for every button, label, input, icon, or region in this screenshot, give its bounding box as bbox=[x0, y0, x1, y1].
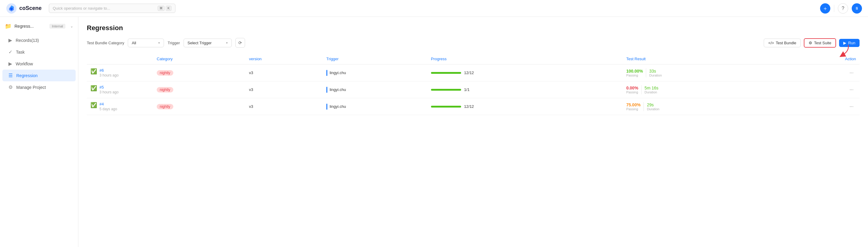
progress-bar-fill bbox=[431, 72, 461, 74]
search-placeholder: Quick operations or navigate to... bbox=[53, 6, 155, 10]
records-icon: ▶ bbox=[8, 37, 12, 43]
result-duration-label: Duration bbox=[647, 107, 659, 111]
more-actions-button[interactable]: ··· bbox=[847, 103, 856, 111]
filters-row: Test Bundle Category All ▾ Trigger Selec… bbox=[87, 38, 860, 48]
test-suite-label: Test Suite bbox=[814, 41, 831, 45]
refresh-button[interactable]: ⟳ bbox=[236, 38, 245, 48]
table-header-row: Category version Trigger Progress Test R… bbox=[87, 54, 860, 64]
run-label: Run bbox=[848, 41, 855, 45]
regression-table: Category version Trigger Progress Test R… bbox=[87, 54, 860, 115]
sidebar-project[interactable]: 📁 Regress... Internal ⌄ bbox=[0, 21, 78, 32]
content-area: Regression Test Bundle Category All ▾ Tr… bbox=[79, 17, 868, 247]
nightly-badge: nightly bbox=[157, 87, 173, 92]
logo-text: coScene bbox=[19, 5, 41, 11]
nightly-badge: nightly bbox=[157, 70, 173, 75]
test-bundle-button[interactable]: </> Test Bundle bbox=[764, 38, 801, 47]
progress-text: 12/12 bbox=[464, 104, 474, 109]
trigger-cell: lingyi.chu bbox=[323, 64, 427, 81]
nightly-badge: nightly bbox=[157, 104, 173, 109]
search-bar[interactable]: Quick operations or navigate to... ⌘ K bbox=[49, 4, 176, 13]
category-filter-select[interactable]: All ▾ bbox=[128, 38, 164, 47]
trigger-filter-value: Select Trigger bbox=[187, 41, 212, 45]
test-suite-button[interactable]: ⚙ Test Suite bbox=[804, 38, 836, 48]
col-version: version bbox=[245, 54, 323, 64]
header-right: ＋ ? li bbox=[820, 3, 862, 13]
progress-text: 1/1 bbox=[464, 87, 470, 92]
progress-bar-wrap bbox=[431, 106, 461, 107]
progress-bar-wrap bbox=[431, 89, 461, 91]
sidebar-item-records[interactable]: ▶ Records(13) bbox=[2, 34, 76, 46]
run-info-cell: ✅ #4 5 days ago bbox=[87, 98, 153, 115]
avatar[interactable]: li bbox=[852, 3, 862, 13]
sidebar-item-records-label: Records(13) bbox=[16, 38, 39, 43]
run-link[interactable]: #4 bbox=[99, 102, 104, 106]
sidebar-item-manage-label: Manage Project bbox=[16, 85, 46, 90]
sidebar-item-manage-project[interactable]: ⚙ Manage Project bbox=[2, 81, 76, 93]
top-header: coScene Quick operations or navigate to.… bbox=[0, 0, 868, 17]
more-actions-button[interactable]: ··· bbox=[847, 69, 856, 77]
sidebar-item-regression[interactable]: ☰ Regression bbox=[2, 69, 76, 81]
col-trigger: Trigger bbox=[323, 54, 427, 64]
category-cell: nightly bbox=[153, 81, 245, 98]
result-divider bbox=[646, 68, 646, 78]
progress-cell: 1/1 bbox=[427, 81, 623, 98]
action-cell: ··· bbox=[789, 98, 860, 115]
sidebar: 📁 Regress... Internal ⌄ ▶ Records(13) ✓ … bbox=[0, 17, 79, 247]
project-name: Regress... bbox=[14, 24, 46, 29]
result-sub: Passing bbox=[626, 107, 641, 111]
trigger-name: lingyi.chu bbox=[330, 70, 346, 75]
project-folder-icon: 📁 bbox=[5, 23, 11, 30]
progress-text: 12/12 bbox=[464, 70, 474, 75]
kbd-cmd: ⌘ bbox=[158, 6, 164, 11]
progress-bar-fill bbox=[431, 89, 461, 91]
sidebar-item-task-label: Task bbox=[16, 50, 25, 55]
col-action: Action bbox=[789, 54, 860, 64]
more-actions-button[interactable]: ··· bbox=[847, 86, 856, 94]
result-sub: Passing bbox=[626, 73, 643, 77]
header-divider bbox=[834, 5, 834, 12]
trigger-filter-label: Trigger bbox=[167, 41, 180, 45]
table-container: Category version Trigger Progress Test R… bbox=[87, 54, 860, 115]
action-cell: ··· bbox=[789, 81, 860, 98]
col-progress: Progress bbox=[427, 54, 623, 64]
regression-icon: ☰ bbox=[8, 72, 13, 78]
result-duration: 33s bbox=[649, 69, 662, 73]
trigger-bar-icon bbox=[327, 87, 327, 93]
sidebar-item-workflow[interactable]: ▶ Workflow bbox=[2, 58, 76, 69]
run-button[interactable]: ▶ Run bbox=[839, 39, 860, 47]
result-divider bbox=[644, 102, 644, 111]
category-cell: nightly bbox=[153, 64, 245, 81]
trigger-cell: lingyi.chu bbox=[323, 81, 427, 98]
trigger-name: lingyi.chu bbox=[330, 104, 346, 109]
col-run bbox=[87, 54, 153, 64]
add-button[interactable]: ＋ bbox=[820, 3, 830, 13]
help-button[interactable]: ? bbox=[838, 3, 848, 13]
trigger-chevron-icon: ▾ bbox=[226, 41, 228, 45]
version-value: v3 bbox=[249, 70, 253, 75]
trigger-cell: lingyi.chu bbox=[323, 98, 427, 115]
sidebar-item-task[interactable]: ✓ Task bbox=[2, 46, 76, 58]
page-title: Regression bbox=[87, 24, 860, 32]
trigger-filter-select[interactable]: Select Trigger ▾ bbox=[184, 38, 232, 47]
workflow-icon: ▶ bbox=[8, 61, 12, 67]
trigger-name: lingyi.chu bbox=[330, 87, 346, 92]
trigger-bar-icon bbox=[327, 104, 327, 110]
action-cell: ··· bbox=[789, 64, 860, 81]
result-cell: 0.00% Passing 5m 16s Duration bbox=[623, 81, 789, 98]
task-icon: ✓ bbox=[8, 49, 12, 55]
version-cell: v3 bbox=[245, 98, 323, 115]
test-bundle-label: Test Bundle bbox=[776, 41, 796, 45]
test-suite-wrapper: ⚙ Test Suite bbox=[804, 38, 836, 48]
code-icon: </> bbox=[768, 41, 774, 45]
chevron-down-icon: ⌄ bbox=[70, 24, 73, 28]
result-percentage: 0.00% bbox=[626, 86, 638, 90]
result-duration: 5m 16s bbox=[645, 86, 658, 90]
play-icon: ▶ bbox=[843, 41, 846, 45]
category-cell: nightly bbox=[153, 98, 245, 115]
sidebar-item-regression-label: Regression bbox=[16, 73, 38, 78]
logo-icon bbox=[6, 3, 17, 14]
run-link[interactable]: #5 bbox=[99, 85, 104, 89]
run-link[interactable]: #6 bbox=[99, 68, 104, 72]
version-cell: v3 bbox=[245, 64, 323, 81]
logo-area: coScene bbox=[6, 3, 41, 14]
